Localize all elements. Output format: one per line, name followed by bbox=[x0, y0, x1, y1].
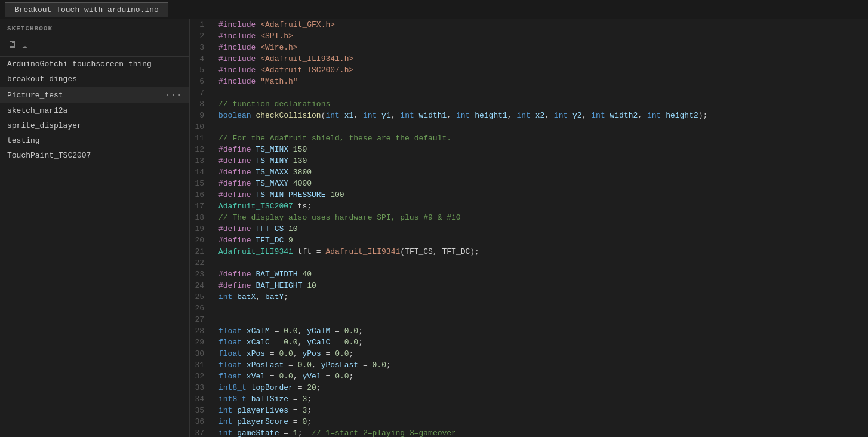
more-options-icon[interactable]: ··· bbox=[165, 90, 182, 100]
code-editor[interactable]: 1 #include <Adafruit_GFX.h> 2 #include <… bbox=[190, 19, 868, 437]
file-tab[interactable]: Breakout_Touch_with_arduino.ino bbox=[5, 2, 168, 17]
sidebar-item-breakout-dinges[interactable]: breakout_dinges bbox=[0, 72, 189, 87]
sidebar-title: SKETCHBOOK bbox=[0, 19, 189, 36]
table-row: 23 #define BAT_WIDTH 40 bbox=[190, 269, 868, 280]
table-row: 32 float xVel = 0.0, yVel = 0.0; bbox=[190, 371, 868, 382]
table-row: 16 #define TS_MIN_PRESSURE 100 bbox=[190, 189, 868, 201]
table-row: 4 #include <Adafruit_ILI9341.h> bbox=[190, 53, 868, 64]
file-tab-name: Breakout_Touch_with_arduino.ino bbox=[14, 5, 159, 14]
table-row: 29 float xCalC = 0.0, yCalC = 0.0; bbox=[190, 337, 868, 348]
table-row: 25 int batX, batY; bbox=[190, 291, 868, 303]
table-row: 8 // function declarations bbox=[190, 99, 868, 110]
sidebar-item-sprite-displayer[interactable]: sprite_displayer bbox=[0, 118, 189, 133]
sidebar: SKETCHBOOK 🖥 ☁ ArduinoGotchi_touchscreen… bbox=[0, 19, 190, 437]
sidebar-item-arduinogotchi[interactable]: ArduinoGotchi_touchscreen_thing bbox=[0, 57, 189, 72]
sidebar-item-testing[interactable]: testing bbox=[0, 133, 189, 148]
table-row: 30 float xPos = 0.0, yPos = 0.0; bbox=[190, 348, 868, 359]
table-row: 20 #define TFT_DC 9 bbox=[190, 235, 868, 246]
table-row: 9 boolean checkCollision(int x1, int y1,… bbox=[190, 110, 868, 121]
table-row: 1 #include <Adafruit_GFX.h> bbox=[190, 19, 868, 30]
table-row: 14 #define TS_MAXX 3800 bbox=[190, 167, 868, 178]
table-row: 5 #include <Adafruit_TSC2007.h> bbox=[190, 64, 868, 76]
table-row: 12 #define TS_MINX 150 bbox=[190, 144, 868, 155]
code-table: 1 #include <Adafruit_GFX.h> 2 #include <… bbox=[190, 19, 868, 437]
main-layout: SKETCHBOOK 🖥 ☁ ArduinoGotchi_touchscreen… bbox=[0, 19, 868, 437]
table-row: 26 bbox=[190, 303, 868, 314]
sidebar-item-picture-test[interactable]: Picture_test ··· bbox=[0, 87, 189, 103]
table-row: 21 Adafruit_ILI9341 tft = Adafruit_ILI93… bbox=[190, 246, 868, 257]
table-row: 19 #define TFT_CS 10 bbox=[190, 223, 868, 235]
table-row: 31 float xPosLast = 0.0, yPosLast = 0.0; bbox=[190, 359, 868, 371]
computer-icon[interactable]: 🖥 bbox=[7, 39, 17, 51]
top-bar: Breakout_Touch_with_arduino.ino bbox=[0, 0, 868, 19]
table-row: 27 bbox=[190, 314, 868, 325]
table-row: 35 int playerLives = 3; bbox=[190, 405, 868, 416]
table-row: 15 #define TS_MAXY 4000 bbox=[190, 178, 868, 189]
table-row: 33 int8_t topBorder = 20; bbox=[190, 382, 868, 393]
table-row: 28 float xCalM = 0.0, yCalM = 0.0; bbox=[190, 325, 868, 337]
table-row: 18 // The display also uses hardware SPI… bbox=[190, 212, 868, 223]
table-row: 36 int playerScore = 0; bbox=[190, 416, 868, 427]
sidebar-icons: 🖥 ☁ bbox=[0, 36, 189, 57]
table-row: 10 bbox=[190, 121, 868, 133]
sidebar-item-touchpaint[interactable]: TouchPaint_TSC2007 bbox=[0, 148, 189, 163]
table-row: 13 #define TS_MINY 130 bbox=[190, 155, 868, 167]
table-row: 22 bbox=[190, 257, 868, 269]
table-row: 11 // For the Adafruit shield, these are… bbox=[190, 133, 868, 144]
table-row: 6 #include "Math.h" bbox=[190, 76, 868, 87]
table-row: 3 #include <Wire.h> bbox=[190, 42, 868, 53]
table-row: 37 int gameState = 1; // 1=start 2=playi… bbox=[190, 427, 868, 437]
table-row: 24 #define BAT_HEIGHT 10 bbox=[190, 280, 868, 291]
table-row: 34 int8_t ballSize = 3; bbox=[190, 393, 868, 405]
cloud-icon[interactable]: ☁ bbox=[21, 39, 27, 51]
table-row: 17 Adafruit_TSC2007 ts; bbox=[190, 201, 868, 212]
table-row: 2 #include <SPI.h> bbox=[190, 30, 868, 42]
table-row: 7 bbox=[190, 87, 868, 99]
sidebar-item-sketch-mar12a[interactable]: sketch_mar12a bbox=[0, 103, 189, 118]
